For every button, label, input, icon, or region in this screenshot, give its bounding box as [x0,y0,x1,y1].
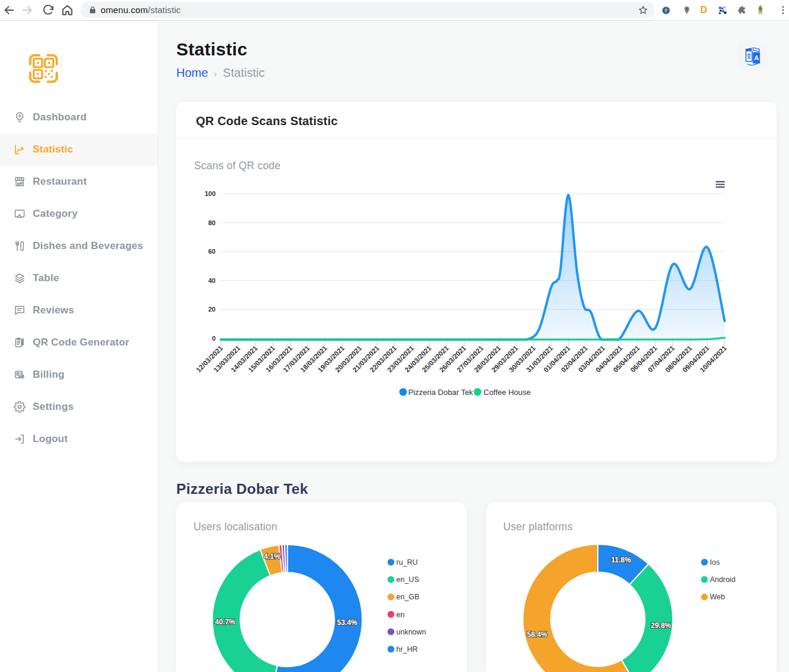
svg-text:53.4%: 53.4% [337,618,357,627]
svg-text:Android: Android [710,575,735,584]
svg-text:hr_HR: hr_HR [397,645,418,654]
svg-text:ru_RU: ru_RU [397,558,418,567]
svg-text:unknown: unknown [397,628,426,636]
svg-text:20: 20 [208,306,216,313]
svg-text:58.4%: 58.4% [527,630,547,639]
svg-text:0: 0 [212,335,216,342]
svg-text:en_GB: en_GB [397,593,420,601]
svg-text:Web: Web [710,593,725,601]
svg-text:A: A [754,54,759,61]
svg-text:en_US: en_US [397,575,419,584]
svg-text:100: 100 [205,190,216,197]
svg-text:40.7%: 40.7% [215,618,235,626]
svg-text:29.8%: 29.8% [651,621,671,630]
svg-text:en: en [397,611,405,619]
svg-text:80: 80 [208,219,216,226]
svg-text:Coffee House: Coffee House [484,388,531,397]
svg-text:Ios: Ios [710,558,720,567]
svg-text:40: 40 [208,277,216,284]
svg-text:11.8%: 11.8% [611,556,631,564]
svg-text:Pizzeria Dobar Tek: Pizzeria Dobar Tek [408,388,473,397]
svg-text:4.1%: 4.1% [264,552,280,561]
svg-text:60: 60 [208,248,216,255]
